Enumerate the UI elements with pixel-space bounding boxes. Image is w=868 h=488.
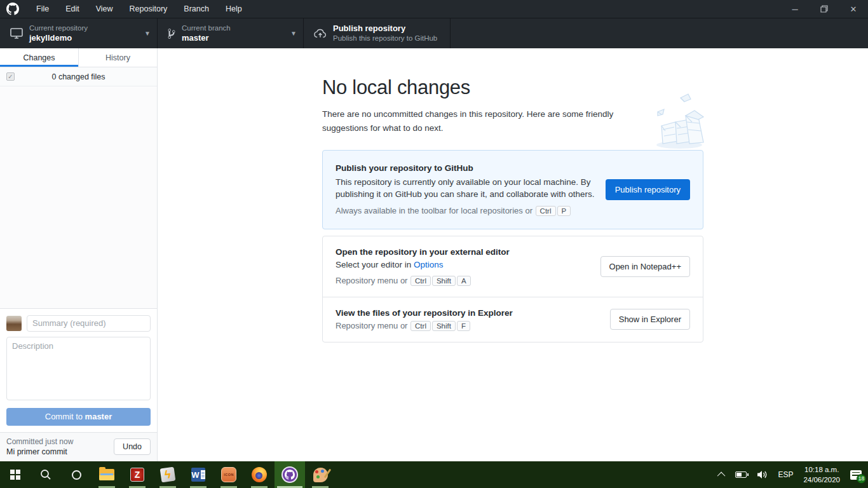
taskbar-word[interactable]: W: [183, 461, 214, 488]
clock-time: 10:18 a.m.: [804, 466, 839, 473]
taskbar-github-desktop[interactable]: [275, 461, 305, 488]
sidebar-tabs: Changes History: [0, 48, 157, 67]
language-indicator[interactable]: ESP: [778, 470, 793, 479]
suggestions-card-stack: Open the repository in your external edi…: [322, 236, 703, 342]
committed-status: Committed just now: [6, 437, 73, 447]
kbd-a: A: [457, 276, 471, 286]
kbd-shift: Shift: [432, 276, 456, 286]
current-repository-value: jekylldemo: [29, 33, 88, 43]
undo-button[interactable]: Undo: [114, 438, 151, 455]
open-editor-title: Open the repository in your external edi…: [336, 247, 592, 257]
tab-changes[interactable]: Changes: [0, 48, 78, 67]
page-subtitle: There are no uncommitted changes in this…: [322, 107, 641, 136]
commit-form: Commit to master: [0, 308, 157, 432]
current-branch-dropdown[interactable]: Current branch master ▼: [158, 18, 304, 48]
options-link[interactable]: Options: [414, 260, 444, 269]
kbd-ctrl: Ctrl: [536, 206, 556, 216]
kbd-shift: Shift: [432, 321, 456, 331]
main-panel: No local changes There are no uncommitte…: [158, 48, 868, 461]
menu-edit[interactable]: Edit: [57, 0, 88, 18]
publish-card: Publish your repository to GitHub This r…: [322, 150, 703, 229]
changed-files-count: 0 changed files: [0, 72, 157, 81]
summary-input[interactable]: [27, 315, 151, 332]
committed-message: Mi primer commit: [6, 447, 73, 458]
git-branch-icon: [168, 28, 175, 39]
taskbar-icon-app[interactable]: ICON: [214, 461, 244, 488]
open-editor-line: Select your editor in Options: [336, 260, 592, 269]
taskbar-clock[interactable]: 10:18 a.m. 24/06/2020: [803, 464, 840, 485]
changed-files-row: ✓ 0 changed files: [0, 67, 157, 86]
battery-icon[interactable]: [735, 471, 747, 478]
kbd-p: P: [557, 206, 571, 216]
github-desktop-window: File Edit View Repository Branch Help ─ …: [0, 0, 868, 461]
github-logo-icon: [6, 3, 19, 15]
taskbar-winamp[interactable]: ϟ: [153, 461, 183, 488]
action-center-icon[interactable]: 18: [850, 470, 862, 480]
current-repository-label: Current repository: [29, 24, 88, 32]
taskbar-firefox[interactable]: [244, 461, 275, 488]
icon-app-icon: ICON: [221, 467, 236, 482]
chevron-up-icon[interactable]: [717, 471, 726, 480]
taskbar-paint[interactable]: [305, 461, 336, 488]
winamp-icon: ϟ: [160, 467, 176, 483]
kbd-ctrl: Ctrl: [410, 276, 431, 286]
word-icon: W: [191, 468, 205, 482]
open-editor-hint: Repository menu or CtrlShiftA: [336, 276, 592, 286]
show-explorer-title: View the files of your repository in Exp…: [336, 308, 601, 318]
windows-taskbar: Z ϟ W ICON ESP 10:18 a.m. 24/06/2020 18: [0, 461, 868, 488]
page-title: No local changes: [322, 76, 703, 99]
toolbar: Current repository jekylldemo ▼ Current …: [0, 18, 868, 48]
current-branch-label: Current branch: [182, 24, 231, 32]
committed-banner: Committed just now Mi primer commit Undo: [0, 432, 157, 461]
tab-history[interactable]: History: [78, 48, 157, 67]
menu-view[interactable]: View: [88, 0, 121, 18]
window-controls: ─ ✕: [780, 0, 868, 18]
publish-repository-title: Publish repository: [333, 24, 437, 34]
search-icon: [40, 469, 51, 480]
zotero-icon: Z: [130, 468, 144, 482]
windows-logo-icon: [10, 470, 20, 480]
chevron-down-icon: ▼: [139, 30, 151, 37]
commit-button[interactable]: Commit to master: [6, 408, 151, 426]
restore-icon[interactable]: [810, 0, 839, 18]
publish-repository-subtitle: Publish this repository to GitHub: [333, 34, 437, 43]
menu-repository[interactable]: Repository: [121, 0, 176, 18]
crumpled-paper-illustration: [648, 93, 709, 151]
changed-files-list: [0, 86, 157, 308]
publish-repository-toolbar-button[interactable]: Publish repository Publish this reposito…: [304, 18, 451, 48]
publish-card-hint: Always available in the toolbar for loca…: [336, 206, 597, 216]
firefox-icon: [252, 467, 267, 482]
taskbar-file-explorer[interactable]: [92, 461, 122, 488]
publish-card-description: This repository is currently only availa…: [336, 176, 597, 201]
open-in-notepad-button[interactable]: Open in Notepad++: [600, 256, 690, 277]
menu-help[interactable]: Help: [217, 0, 250, 18]
show-in-explorer-card: View the files of your repository in Exp…: [323, 297, 703, 342]
monitor-icon: [10, 28, 23, 39]
minimize-icon[interactable]: ─: [780, 0, 810, 18]
avatar: [6, 316, 22, 331]
open-editor-card: Open the repository in your external edi…: [323, 236, 703, 297]
cortana-button[interactable]: [61, 461, 92, 488]
current-branch-value: master: [182, 33, 231, 43]
paint-icon: [313, 468, 328, 482]
system-tray: ESP 10:18 a.m. 24/06/2020 18: [719, 461, 868, 488]
cloud-upload-icon: [314, 29, 327, 39]
taskbar-search-button[interactable]: [31, 461, 61, 488]
start-button[interactable]: [0, 461, 31, 488]
close-icon[interactable]: ✕: [839, 0, 868, 18]
description-input[interactable]: [6, 337, 151, 400]
publish-card-title: Publish your repository to GitHub: [336, 163, 597, 173]
menu-file[interactable]: File: [28, 0, 57, 18]
show-in-explorer-button[interactable]: Show in Explorer: [610, 309, 690, 330]
cortana-icon: [72, 470, 81, 480]
taskbar-zotero[interactable]: Z: [122, 461, 153, 488]
speaker-icon[interactable]: [757, 470, 768, 479]
kbd-f: F: [457, 321, 470, 331]
publish-repository-button[interactable]: Publish repository: [606, 179, 690, 200]
current-repository-dropdown[interactable]: Current repository jekylldemo ▼: [0, 18, 158, 48]
menu-branch[interactable]: Branch: [175, 0, 217, 18]
titlebar: File Edit View Repository Branch Help ─ …: [0, 0, 868, 18]
file-explorer-icon: [99, 469, 114, 480]
kbd-ctrl: Ctrl: [410, 321, 431, 331]
show-explorer-hint: Repository menu or CtrlShiftF: [336, 321, 601, 331]
